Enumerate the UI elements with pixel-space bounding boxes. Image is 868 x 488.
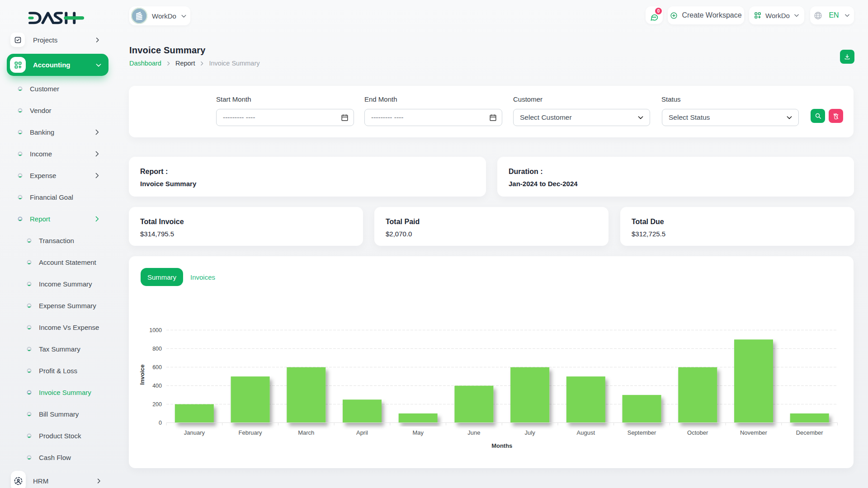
svg-text:0: 0 [159,420,162,426]
svg-text:September: September [627,429,656,436]
svg-text:November: November [740,429,768,436]
svg-text:March: March [298,429,314,436]
svg-text:June: June [467,429,480,436]
svg-text:Months: Months [491,442,512,449]
svg-text:1000: 1000 [149,327,162,333]
svg-text:600: 600 [152,364,162,371]
svg-text:April: April [356,429,368,436]
svg-text:August: August [577,429,595,436]
svg-text:February: February [239,429,263,436]
svg-text:May: May [412,429,424,436]
svg-text:October: October [687,429,708,436]
svg-text:800: 800 [152,346,162,352]
svg-text:January: January [184,429,205,436]
svg-text:200: 200 [152,401,162,408]
svg-text:Invoice: Invoice [139,365,146,385]
svg-text:400: 400 [152,383,162,389]
svg-text:July: July [525,429,536,436]
svg-text:December: December [796,429,824,436]
